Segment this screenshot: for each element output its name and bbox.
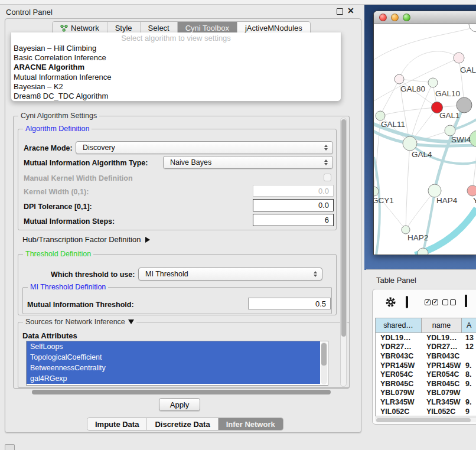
hub-definition-toggle[interactable]: Hub/Transcription Factor Definition <box>22 235 150 244</box>
tab-discretize-data[interactable]: Discretize Data <box>147 418 218 430</box>
table-row[interactable]: YBL079WYBL079W <box>376 389 476 398</box>
control-panel-title: Control Panel <box>6 8 53 17</box>
node-label: GAL10 <box>435 89 460 98</box>
apply-button[interactable]: Apply <box>159 398 200 411</box>
settings-horizontal-scrollbar[interactable] <box>15 390 346 395</box>
node-label: Y <box>473 196 476 205</box>
attribute-item-selected[interactable]: BetweennessCentrality <box>27 363 320 373</box>
node-gal4[interactable] <box>403 136 417 151</box>
table-row[interactable]: YBR043CYBR043C <box>376 351 476 361</box>
deselect-all-checkboxes-icon[interactable] <box>442 299 456 305</box>
table-row[interactable]: YIL052CYIL052C9 <box>376 407 476 416</box>
mi-algorithm-type-select[interactable]: Naive Bayes <box>163 156 333 169</box>
node-gal-top[interactable] <box>454 53 464 63</box>
manual-kernel-width-checkbox[interactable] <box>324 174 331 181</box>
mi-threshold-value: 0.5 <box>315 299 326 308</box>
sources-legend[interactable]: Sources for Network Inference <box>23 318 136 326</box>
node-gal80[interactable] <box>395 74 404 84</box>
hub-definition-label: Hub/Transcription Factor Definition <box>22 235 141 244</box>
zoom-window-button[interactable] <box>403 14 410 21</box>
tab-jactivemnodules-label: jActiveMNodules <box>245 24 302 32</box>
tab-discretize-data-label: Discretize Data <box>155 420 210 429</box>
table-row[interactable]: YDL19…YDL19…13 <box>376 333 476 343</box>
expand-right-icon <box>145 237 150 243</box>
cyni-settings-legend: Cyni Algorithm Settings <box>18 112 99 120</box>
settings-vertical-scrollbar[interactable] <box>340 118 347 387</box>
stepper-icon <box>314 271 317 277</box>
algorithm-option[interactable]: Bayesian – Hill Climbing <box>11 44 341 53</box>
node-label: HAP4 <box>436 196 458 205</box>
split-columns-icon[interactable] <box>406 296 408 308</box>
column-header-shared-name[interactable]: shared… <box>376 318 422 333</box>
kernel-width-input[interactable]: 0.0 <box>253 185 334 197</box>
node-label: HAP2 <box>407 233 428 242</box>
node-y[interactable] <box>467 185 476 196</box>
which-threshold-select[interactable]: MI Threshold <box>138 268 322 281</box>
table-row[interactable]: YPR145WYPR145W9. <box>376 361 476 370</box>
document-icon[interactable] <box>465 295 467 307</box>
column-header-name[interactable]: name <box>422 318 462 333</box>
tab-cyni-toolbox-label: Cyni Toolbox <box>185 24 229 32</box>
attribute-item-selected[interactable]: gal4RGexp <box>27 373 320 384</box>
column-header-partial[interactable]: A <box>462 318 476 333</box>
node-label: GCY1 <box>374 196 394 205</box>
mi-steps-input[interactable]: 6 <box>253 214 334 226</box>
node-swi4[interactable] <box>445 125 455 136</box>
algorithm-option[interactable]: Mutual Information Inference <box>11 73 341 82</box>
aracne-mode-select[interactable]: Discovery <box>76 141 333 154</box>
float-panel-icon[interactable] <box>337 8 343 15</box>
attribute-item-selected[interactable]: SelfLoops <box>27 341 320 352</box>
mi-algorithm-type-label: Mutual Information Algorithm Type: <box>24 159 148 167</box>
tab-impute-data[interactable]: Impute Data <box>87 418 147 430</box>
attributes-scrollbar[interactable] <box>321 342 327 384</box>
minimized-panel-button[interactable] <box>5 444 15 450</box>
table-row[interactable]: YLR345WYLR345W9. <box>376 397 476 407</box>
collapse-down-icon <box>128 319 134 324</box>
aracne-mode-value: Discovery <box>83 144 115 152</box>
tab-impute-data-label: Impute Data <box>95 420 139 429</box>
gear-icon[interactable] <box>384 296 397 308</box>
algorithm-option-selected[interactable]: ARACNE Algorithm <box>11 63 341 72</box>
app-toolbar-strip <box>0 0 476 5</box>
select-all-checkboxes-icon[interactable] <box>425 299 438 305</box>
algorithm-definition-legend: Algorithm Definition <box>23 125 92 133</box>
node-gal11[interactable] <box>376 111 385 120</box>
algorithm-option[interactable]: Dream8 DC_TDC Algorithm <box>11 92 341 101</box>
table-row[interactable]: YBR045CYBR045C9. <box>376 379 476 389</box>
dpi-tolerance-input[interactable]: 0.0 <box>253 199 334 211</box>
sources-legend-label: Sources for Network Inference <box>25 318 125 326</box>
node-hap2[interactable] <box>402 226 410 234</box>
network-view-window: GAL GAL80 GAL10 GAL1 GAL11 SWI4 GAL4 GCY… <box>373 11 476 255</box>
node-label: GAL11 <box>381 120 405 129</box>
data-attributes-label: Data Attributes <box>22 331 77 340</box>
mi-steps-label: Mutual Information Steps: <box>24 217 115 226</box>
node-hap4[interactable] <box>428 184 441 197</box>
aracne-mode-label: Aracne Mode: <box>24 144 73 152</box>
node-gal10[interactable] <box>428 78 438 87</box>
node-label: GAL80 <box>400 84 425 93</box>
table-row[interactable]: YER054CYER054C8. <box>376 370 476 379</box>
network-canvas[interactable]: GAL GAL80 GAL10 GAL1 GAL11 SWI4 GAL4 GCY… <box>374 24 476 255</box>
minimize-window-button[interactable] <box>391 14 399 21</box>
node-unlabeled[interactable] <box>469 24 476 32</box>
table-row[interactable]: YDR27…YDR27…12 <box>376 343 476 352</box>
algorithm-option[interactable]: Basic Correlation Inference <box>11 53 341 63</box>
node-table: shared… name A YDL19…YDL19…13 YDR27…YDR2… <box>375 318 476 416</box>
mi-threshold-definition-legend: MI Threshold Definition <box>28 283 108 291</box>
stepper-icon <box>324 159 328 165</box>
threshold-definition-legend: Threshold Definition <box>23 250 93 258</box>
which-threshold-value: MI Threshold <box>145 270 188 278</box>
close-panel-icon[interactable]: ✕ <box>347 7 354 14</box>
close-window-button[interactable] <box>379 14 387 21</box>
dpi-tolerance-label: DPI Tolerance [0,1]: <box>24 203 92 211</box>
mi-threshold-input[interactable]: 0.5 <box>248 298 331 309</box>
algorithm-option[interactable]: Bayesian – K2 <box>11 82 341 92</box>
table-header-row: shared… name A <box>376 318 476 333</box>
attribute-item-selected[interactable]: TopologicalCoefficient <box>27 352 320 363</box>
data-attributes-list: SelfLoops TopologicalCoefficient Between… <box>26 341 328 386</box>
tab-network-label: Network <box>71 24 99 32</box>
manual-kernel-width-label: Manual Kernel Width Definition <box>24 174 133 182</box>
table-horizontal-scrollbar[interactable] <box>375 417 476 422</box>
node-label: SWI4 <box>451 135 471 144</box>
tab-infer-network[interactable]: Infer Network <box>219 418 283 430</box>
